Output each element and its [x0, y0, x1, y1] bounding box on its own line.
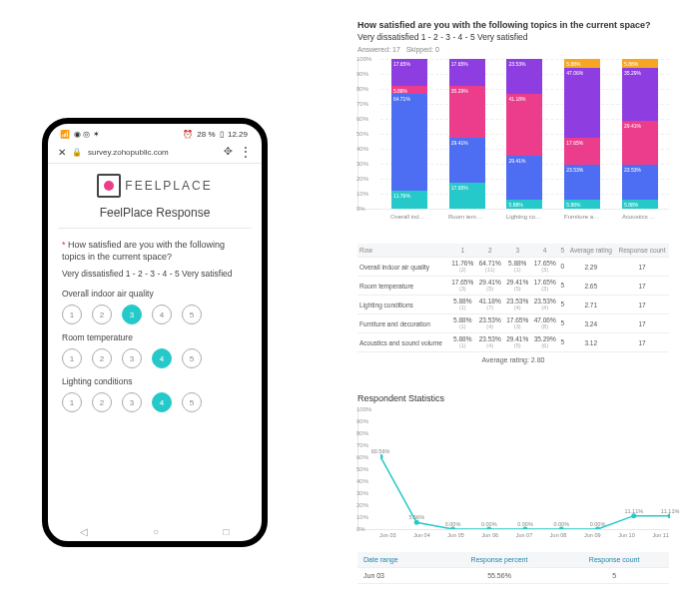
rating-option-3[interactable]: 3 — [122, 348, 142, 368]
y-tick: 10% — [356, 191, 368, 197]
report-title: How satisfied are you with the following… — [357, 20, 669, 30]
scale-label: Very dissatisfied 1 - 2 - 3 - 4 - 5 Very… — [48, 263, 262, 281]
bar-segment: 5.88% — [622, 59, 658, 68]
table-header: Response percent — [439, 552, 560, 568]
x-tick: Acoustics and … — [622, 214, 658, 220]
x-tick: Overall indoor a… — [390, 214, 426, 220]
svg-point-1 — [414, 520, 419, 525]
y-tick: 40% — [356, 478, 368, 484]
table-header: Response count — [615, 244, 669, 258]
table-row: Jun 0355.56%5 — [357, 568, 669, 584]
bar-segment: 5.88% — [506, 200, 542, 209]
bar-segment: 41.18% — [506, 94, 542, 156]
bar-segment: 11.76% — [391, 191, 427, 209]
y-tick: 60% — [356, 116, 368, 122]
bar-segment: 5.88% — [564, 200, 600, 209]
rating-option-1[interactable]: 1 — [62, 305, 82, 324]
clock-text: 12.29 — [228, 130, 248, 139]
table-header: Response count — [559, 552, 669, 568]
y-tick: 90% — [356, 71, 368, 77]
rating-option-4[interactable]: 4 — [152, 392, 172, 412]
rating-option-5[interactable]: 5 — [182, 392, 202, 412]
rating-option-2[interactable]: 2 — [92, 392, 112, 412]
bar-segment: 35.29% — [622, 68, 658, 121]
bar-segment: 5.88% — [564, 59, 600, 68]
y-tick: 100% — [356, 406, 371, 412]
share-icon[interactable]: ᪣ — [222, 145, 234, 159]
table-header: 4 — [531, 244, 558, 258]
close-icon[interactable]: ✕ — [58, 147, 66, 158]
bar-segment: 17.65% — [449, 59, 485, 85]
respondent-line-chart: 0%10%20%30%40%50%60%70%80%90%100%60.56%5… — [357, 409, 669, 530]
results-table: Row12345Average ratingResponse count Ove… — [357, 244, 669, 352]
rating-item-label: Lighting conditions — [62, 376, 248, 386]
table-header: 2 — [476, 244, 503, 258]
bar-column: 11.76%64.71%5.88%17.65% — [391, 59, 427, 209]
battery-text: 28 % — [197, 130, 215, 139]
y-tick: 60% — [356, 454, 368, 460]
alarm-icon: ⏰ — [183, 130, 193, 139]
bar-segment: 23.53% — [506, 59, 542, 94]
bar-segment: 5.88% — [391, 86, 427, 95]
rating-option-5[interactable]: 5 — [182, 348, 202, 368]
rating-option-1[interactable]: 1 — [62, 392, 82, 412]
svg-point-2 — [450, 527, 455, 530]
bar-column: 5.88%29.41%41.18%23.53% — [506, 59, 542, 209]
browser-url-bar: ✕ 🔒 survey.zohopublic.com ᪣ ⋮ — [48, 141, 262, 164]
y-tick: 20% — [356, 502, 368, 508]
rating-option-3[interactable]: 3 — [122, 392, 142, 412]
logo-mark-icon — [97, 174, 121, 198]
svg-point-8 — [668, 513, 671, 518]
table-row: Room temperature17.65%(3)29.41%(5)29.41%… — [357, 277, 669, 296]
nav-back-icon[interactable]: ◁ — [80, 526, 88, 537]
phone-mockup: 📶 ◉ ◎ ✶ ⏰ 28 % ▯ 12.29 ✕ 🔒 survey.zohopu… — [42, 118, 268, 547]
nav-home-icon[interactable]: ○ — [153, 526, 159, 537]
survey-question: * How satisfied are you with the followi… — [48, 229, 262, 263]
rating-item: Lighting conditions12345 — [48, 368, 262, 412]
x-tick: Jun 10 — [618, 532, 635, 538]
rating-option-2[interactable]: 2 — [92, 305, 112, 324]
rating-scale: 12345 — [62, 305, 248, 324]
nav-recent-icon[interactable]: □ — [224, 526, 230, 537]
svg-point-4 — [523, 527, 528, 530]
stacked-bar-chart: 0%10%20%30%40%50%60%70%80%90%100%11.76%6… — [357, 59, 669, 210]
bar-segment: 29.41% — [449, 138, 485, 182]
bar-segment: 17.65% — [564, 138, 600, 164]
rating-option-4[interactable]: 4 — [152, 305, 172, 324]
point-label: 5.56% — [408, 514, 424, 520]
y-tick: 80% — [356, 86, 368, 92]
logo-text: FEELPLACE — [125, 179, 212, 193]
y-tick: 0% — [356, 206, 365, 212]
form-title: FeelPlace Response — [58, 202, 252, 229]
rating-option-3[interactable]: 3 — [122, 305, 142, 324]
battery-icon: ▯ — [220, 130, 224, 139]
date-range-table: Date rangeResponse percentResponse count… — [357, 552, 669, 584]
point-label: 11.11% — [624, 507, 643, 513]
rating-option-4[interactable]: 4 — [152, 348, 172, 368]
svg-point-6 — [595, 527, 600, 530]
rating-item-label: Overall indoor air quality — [62, 289, 248, 299]
rating-item-label: Room temperature — [62, 332, 248, 342]
bar-segment: 23.53% — [564, 165, 600, 200]
point-label: 0.00% — [517, 521, 533, 527]
bar-segment: 47.06% — [564, 68, 600, 139]
android-nav-bar: ◁ ○ □ — [48, 526, 262, 537]
x-tick: Furniture and d… — [564, 214, 600, 220]
rating-option-1[interactable]: 1 — [62, 348, 82, 368]
x-tick: Jun 07 — [516, 532, 533, 538]
rating-option-5[interactable]: 5 — [182, 305, 202, 324]
report-meta: Answered: 17 Skipped: 0 — [357, 46, 669, 53]
x-tick: Jun 04 — [413, 532, 430, 538]
point-label: 0.00% — [590, 521, 606, 527]
rating-item: Room temperature12345 — [48, 324, 262, 368]
table-row: Furniture and decoration5.88%(1)23.53%(4… — [357, 314, 669, 333]
phone-status-bar: 📶 ◉ ◎ ✶ ⏰ 28 % ▯ 12.29 — [48, 124, 262, 141]
svg-point-3 — [486, 527, 491, 530]
question-text: How satisfied are you with the following… — [62, 240, 225, 262]
url-text: survey.zohopublic.com — [88, 148, 216, 157]
point-label: 11.11% — [661, 507, 680, 513]
rating-item: Overall indoor air quality12345 — [48, 281, 262, 324]
average-rating-line: Average rating: 2.80 — [357, 356, 669, 363]
rating-option-2[interactable]: 2 — [92, 348, 112, 368]
more-icon[interactable]: ⋮ — [240, 145, 252, 159]
